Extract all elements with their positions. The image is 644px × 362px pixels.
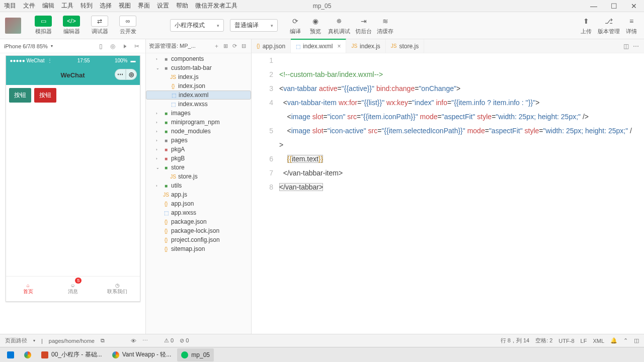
panel2-icon[interactable]: ◫ <box>634 337 639 344</box>
file-node[interactable]: {}index.json <box>146 81 251 90</box>
compile-button[interactable]: ⟳编译 <box>288 16 303 35</box>
new-file-icon[interactable]: ＋ <box>212 42 221 50</box>
menu-tools[interactable]: 工具 <box>61 2 73 10</box>
more-icon[interactable]: ⋯ <box>633 43 639 50</box>
file-node[interactable]: JSindex.js <box>146 72 251 81</box>
file-node[interactable]: ⬚index.wxml <box>146 90 251 100</box>
clearcache-button[interactable]: ≋清缓存 <box>377 16 393 35</box>
tab-home[interactable]: ⌂首页 <box>6 277 51 301</box>
menu-edit[interactable]: 编辑 <box>42 2 54 10</box>
editor-button[interactable]: </>编辑器 <box>59 16 84 35</box>
detail-button[interactable]: ≡详情 <box>624 16 639 35</box>
devtools-app[interactable]: mp_05 <box>177 348 214 361</box>
page-path[interactable]: pages/home/home <box>49 338 95 344</box>
file-node[interactable]: JSapp.js <box>146 190 251 199</box>
encoding[interactable]: UTF-8 <box>558 338 574 344</box>
menu-help[interactable]: 帮助 <box>176 2 188 10</box>
capsule-menu-icon[interactable]: ⋯ <box>115 69 126 80</box>
cloud-button[interactable]: ∞云开发 <box>116 16 140 35</box>
file-node[interactable]: ›■images <box>146 109 251 118</box>
cursor-pos[interactable]: 行 8，列 14 <box>501 337 529 344</box>
code-lines: <!--custom-tab-bar/index.wxml--> <van-ta… <box>279 53 644 208</box>
file-node[interactable]: ⌄■custom-tab-bar <box>146 63 251 72</box>
menu-devtools[interactable]: 微信开发者工具 <box>195 2 237 10</box>
menu-project[interactable]: 项目 <box>4 2 16 10</box>
lang[interactable]: XML <box>593 338 604 344</box>
button-2[interactable]: 按钮 <box>34 88 56 103</box>
button-1[interactable]: 按钮 <box>9 88 31 103</box>
chrome-app[interactable] <box>20 348 35 361</box>
menu-select[interactable]: 选择 <box>100 2 112 10</box>
eol[interactable]: LF <box>581 338 587 344</box>
chrome-tab[interactable]: Vant Weapp - 轻... <box>108 348 176 361</box>
mode-select[interactable]: 小程序模式▾ <box>170 19 224 32</box>
panel-icon[interactable]: ⌃ <box>623 337 628 344</box>
simulator-button[interactable]: ▭模拟器 <box>31 16 55 35</box>
menu-settings[interactable]: 设置 <box>157 2 169 10</box>
file-node[interactable]: ⌄■store <box>146 163 251 172</box>
avatar[interactable] <box>5 18 21 34</box>
taskbar: 00_小程序 - 基础... Vant Weapp - 轻... mp_05 <box>0 347 644 362</box>
tab-contact[interactable]: ◷联系我们 <box>95 277 140 301</box>
file-node[interactable]: ›■miniprogram_npm <box>146 118 251 127</box>
file-node[interactable]: ›■pkgA <box>146 145 251 154</box>
menu-interface[interactable]: 界面 <box>138 2 150 10</box>
maximize-button[interactable]: ☐ <box>604 0 624 12</box>
file-node[interactable]: ›■utils <box>146 181 251 190</box>
debugger-button[interactable]: ⇄调试器 <box>88 16 112 35</box>
split-icon[interactable]: ◫ <box>623 43 629 50</box>
file-node[interactable]: {}app.json <box>146 199 251 208</box>
file-node[interactable]: ⬚app.wxss <box>146 208 251 217</box>
preview-button[interactable]: ◉预览 <box>308 16 323 35</box>
main-area: iPhone 6/7/8 85%▾ ▯ ◎ 🕨 ✂ ●●●●● WeChat⋮ … <box>0 39 644 334</box>
file-node[interactable]: ›■components <box>146 54 251 63</box>
background-button[interactable]: ⇥切后台 <box>355 16 372 35</box>
refresh-icon[interactable]: ⟳ <box>230 43 239 49</box>
page-body: 按钮 按钮 <box>6 85 140 276</box>
editor-tab[interactable]: ⬚index.wxml× <box>291 39 346 53</box>
ppt-app[interactable]: 00_小程序 - 基础... <box>37 348 106 361</box>
editor-tabs: {}app.json⬚index.wxml×JSindex.jsJSstore.… <box>252 39 644 53</box>
version-button[interactable]: ⎇版本管理 <box>598 16 620 35</box>
menu-view[interactable]: 视图 <box>119 2 131 10</box>
device-select[interactable]: iPhone 6/7/8 85% <box>4 43 48 49</box>
minimize-button[interactable]: ― <box>584 0 604 12</box>
code-editor[interactable]: 12345678 <!--custom-tab-bar/index.wxml--… <box>252 53 644 208</box>
file-node[interactable]: ›■node_modules <box>146 127 251 136</box>
collapse-icon[interactable]: ⊟ <box>239 43 248 49</box>
file-node[interactable]: {}sitemap.json <box>146 244 251 253</box>
cut-icon[interactable]: ✂ <box>132 42 141 51</box>
phone-icon[interactable]: ▯ <box>96 42 105 51</box>
file-node[interactable]: {}project.config.json <box>146 235 251 244</box>
compile-select[interactable]: 普通编译▾ <box>230 19 278 32</box>
mute-icon[interactable]: 🕨 <box>120 42 129 51</box>
file-node[interactable]: JSstore.js <box>146 172 251 181</box>
editor-tab[interactable]: {}app.json <box>252 39 291 53</box>
errors[interactable]: ⊘ 0 <box>180 337 189 344</box>
upload-button[interactable]: ⬆上传 <box>579 16 594 35</box>
toolbar: ▭模拟器 </>编辑器 ⇄调试器 ∞云开发 小程序模式▾ 普通编译▾ ⟳编译 ◉… <box>0 12 644 39</box>
realdev-button[interactable]: ✵真机调试 <box>328 16 350 35</box>
editor-tab[interactable]: JSstore.js <box>386 39 424 53</box>
record-icon[interactable]: ◎ <box>108 42 117 51</box>
file-node[interactable]: {}package-lock.json <box>146 226 251 235</box>
bell-icon[interactable]: 🔔 <box>610 337 617 344</box>
menu-goto[interactable]: 转到 <box>80 2 93 10</box>
tab-message[interactable]: ☺消息5 <box>50 277 95 301</box>
capsule-close-icon[interactable]: ◎ <box>126 69 137 80</box>
warnings[interactable]: ⚠ 0 <box>164 337 174 344</box>
status-bar: 页面路径▾ | pages/home/home⧉ 👁⋯ ⚠ 0 ⊘ 0 行 8，… <box>0 334 644 347</box>
spaces[interactable]: 空格: 2 <box>535 337 552 344</box>
file-node[interactable]: ›■pkgB <box>146 154 251 163</box>
file-node[interactable]: ›■pages <box>146 136 251 145</box>
new-folder-icon[interactable]: ⊞ <box>221 43 230 49</box>
gutter: 12345678 <box>252 53 279 208</box>
message-icon: ☺ <box>70 283 75 288</box>
close-button[interactable]: ✕ <box>624 0 644 12</box>
phone-preview: ●●●●● WeChat⋮ 17:55 100%▬ WeChat ⋯ ◎ 按钮 … <box>6 55 140 302</box>
file-node[interactable]: {}package.json <box>146 217 251 226</box>
file-node[interactable]: ⬚index.wxss <box>146 100 251 109</box>
start-button[interactable] <box>3 348 18 361</box>
menu-file[interactable]: 文件 <box>23 2 35 10</box>
editor-tab[interactable]: JSindex.js <box>346 39 385 53</box>
